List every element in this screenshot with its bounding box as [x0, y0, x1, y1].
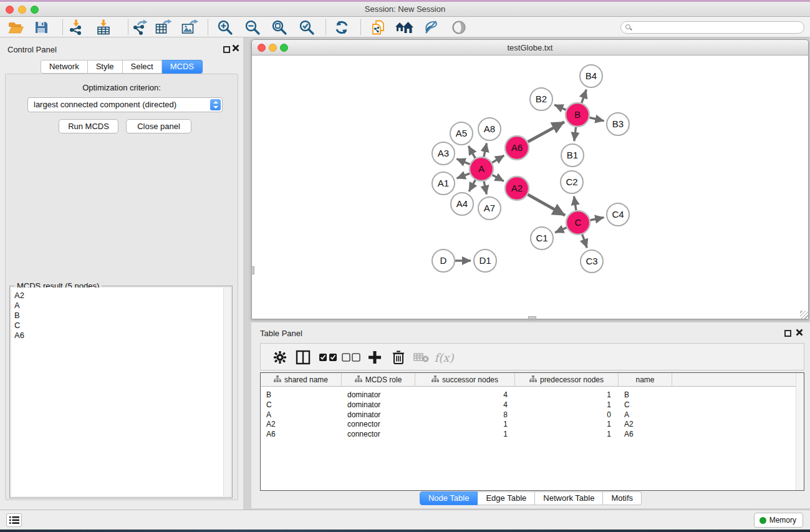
table-cell[interactable]: B: [261, 390, 342, 400]
column-header-MCDS-role[interactable]: MCDS role: [342, 373, 415, 387]
edge-B-B1[interactable]: [574, 127, 576, 141]
zoom-fit-icon[interactable]: [270, 19, 289, 36]
mcds-result-list[interactable]: A2ABCA6: [11, 288, 223, 496]
float-panel-icon[interactable]: [223, 44, 230, 56]
table-cell[interactable]: C: [619, 400, 672, 410]
delete-table-icon[interactable]: [412, 349, 431, 366]
table-cell[interactable]: 1: [515, 400, 619, 410]
table-cell[interactable]: dominator: [342, 400, 415, 410]
table-cell[interactable]: connector: [342, 429, 415, 439]
criterion-dropdown[interactable]: largest connected component (directed): [27, 97, 223, 112]
table-cell[interactable]: 0: [515, 410, 619, 420]
zoom-selected-icon[interactable]: [297, 19, 316, 36]
edge-A-A7[interactable]: [484, 181, 486, 195]
network-window-titlebar[interactable]: testGlobe.txt: [252, 40, 808, 56]
run-mcds-button[interactable]: Run MCDS: [59, 119, 118, 133]
window-edge-handle[interactable]: [528, 316, 536, 319]
table-scrollbar[interactable]: [796, 373, 804, 490]
tab-motifs[interactable]: Motifs: [603, 491, 642, 505]
table-cell[interactable]: C: [261, 400, 342, 410]
table-cell[interactable]: B: [619, 390, 672, 400]
edge-C-C4[interactable]: [591, 218, 604, 220]
zoom-out-icon[interactable]: [243, 19, 262, 36]
edge-A-A1[interactable]: [457, 173, 470, 178]
close-panel-icon[interactable]: [232, 43, 239, 54]
table-cell[interactable]: 4: [415, 390, 515, 400]
save-icon[interactable]: [32, 19, 51, 36]
table-cell[interactable]: 4: [415, 400, 515, 410]
task-list-button[interactable]: [6, 513, 22, 527]
tab-mcds[interactable]: MCDS: [162, 60, 203, 74]
table-cell[interactable]: dominator: [342, 390, 415, 400]
trash-icon[interactable]: [389, 349, 408, 366]
mcds-result-item[interactable]: A2: [14, 291, 223, 301]
edge-B-B4[interactable]: [582, 90, 587, 103]
select-all-icon[interactable]: [319, 349, 337, 366]
memory-button[interactable]: Memory: [754, 513, 803, 528]
table-cell[interactable]: 1: [415, 429, 515, 439]
tab-edge-table[interactable]: Edge Table: [478, 491, 535, 505]
column-header-shared-name[interactable]: shared name: [261, 373, 342, 387]
copy-network-icon[interactable]: [369, 19, 388, 36]
mcds-result-item[interactable]: C: [14, 321, 223, 331]
table-cell[interactable]: 8: [415, 410, 515, 420]
export-image-icon[interactable]: [180, 19, 199, 36]
edge-A-A6[interactable]: [492, 155, 504, 162]
mcds-result-item[interactable]: A: [14, 301, 223, 311]
homes-icon[interactable]: [395, 19, 413, 36]
float-panel-icon[interactable]: [784, 328, 791, 339]
zoom-in-icon[interactable]: [216, 19, 234, 36]
table-cell[interactable]: 1: [515, 429, 619, 439]
table-cell[interactable]: A: [261, 410, 342, 420]
table-cell[interactable]: 1: [515, 390, 619, 400]
tab-network[interactable]: Network: [41, 60, 88, 74]
edge-A-A2[interactable]: [493, 175, 504, 181]
tab-select[interactable]: Select: [123, 60, 162, 74]
tab-network-table[interactable]: Network Table: [535, 491, 603, 505]
table-cell[interactable]: 1: [415, 419, 515, 429]
mcds-list-scrollbar[interactable]: [223, 288, 231, 496]
edge-A-A5[interactable]: [468, 146, 475, 158]
split-column-icon[interactable]: [294, 349, 312, 366]
edge-A6-B[interactable]: [528, 122, 564, 142]
deselect-all-icon[interactable]: [342, 349, 360, 366]
table-cell[interactable]: 1: [515, 419, 619, 429]
table-cell[interactable]: dominator: [342, 410, 415, 420]
table-cell[interactable]: A2: [261, 419, 342, 429]
edge-A-A4[interactable]: [469, 180, 475, 191]
tab-style[interactable]: Style: [88, 60, 123, 74]
window-edge-handle[interactable]: [251, 266, 254, 274]
open-icon[interactable]: [6, 19, 25, 36]
mcds-result-item[interactable]: A6: [14, 331, 223, 341]
edge-A-A8[interactable]: [484, 143, 486, 157]
edge-A2-C[interactable]: [528, 195, 565, 215]
import-network-icon[interactable]: [67, 19, 85, 36]
refresh-icon[interactable]: [332, 19, 351, 36]
edge-A-A3[interactable]: [456, 159, 470, 165]
export-network-icon[interactable]: [130, 19, 149, 36]
add-icon[interactable]: [365, 349, 384, 366]
table-cell[interactable]: A2: [619, 419, 672, 429]
function-icon[interactable]: f(x): [435, 349, 453, 366]
column-header-name[interactable]: name: [619, 373, 672, 387]
close-panel-button[interactable]: Close panel: [126, 119, 191, 133]
table-cell[interactable]: A6: [261, 429, 342, 439]
edge-B-B2[interactable]: [554, 105, 566, 110]
edge-C-C1[interactable]: [555, 228, 567, 233]
export-table-icon[interactable]: [154, 19, 173, 36]
import-table-icon[interactable]: [94, 19, 113, 36]
search-input[interactable]: [620, 21, 804, 34]
toggle-details-icon[interactable]: [422, 19, 440, 36]
edge-B-B3[interactable]: [589, 117, 604, 120]
resize-corner-icon[interactable]: [800, 311, 808, 319]
table-cell[interactable]: A: [619, 410, 672, 420]
mcds-result-item[interactable]: B: [14, 311, 223, 321]
gear-icon[interactable]: [271, 349, 289, 366]
edge-C-C2[interactable]: [574, 196, 576, 211]
table-cell[interactable]: A6: [619, 429, 672, 439]
edge-C-C3[interactable]: [582, 235, 587, 248]
column-header-successor-nodes[interactable]: successor nodes: [415, 373, 515, 387]
table-cell[interactable]: connector: [342, 419, 415, 429]
network-canvas[interactable]: B4B2BB3A5A8A6B1A3AC2A1A2A4A7C4CC1C3DD1: [253, 56, 808, 318]
column-header-predecessor-nodes[interactable]: predecessor nodes: [515, 373, 619, 387]
